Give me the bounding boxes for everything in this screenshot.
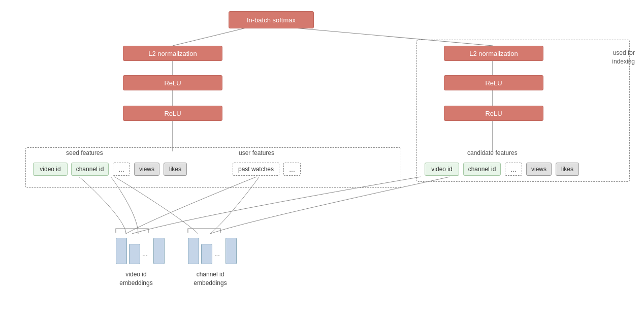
seed-views: views [134,163,159,176]
left-l2-node: L2 normalization [123,46,222,61]
candidate-views: views [526,163,552,176]
svg-line-0 [173,28,246,46]
left-relu2-label: ReLU [164,79,181,87]
channel-id-embed-label: channel idembeddings [173,270,248,288]
diagram: In-batch softmax L2 normalization ReLU R… [0,0,644,317]
used-for-text: used forindexing [612,49,635,65]
user-dots: ... [283,163,301,176]
video-id-embed-dots: ... [142,250,148,258]
right-relu1-label: ReLU [485,110,502,117]
channel-id-embed-col3 [226,238,237,264]
left-relu1-label: ReLU [164,110,181,117]
video-embed-dots-text: ... [142,250,148,258]
seed-likes: likes [164,163,187,176]
left-relu2-node: ReLU [123,75,222,90]
softmax-label: In-batch softmax [247,16,296,24]
channel-embed-dots-text: ... [214,250,220,258]
candidate-video-id: video id [425,163,459,176]
seed-dots: ... [113,163,130,176]
seed-channel-id: channel id [71,163,109,176]
candidate-dots: ... [505,163,522,176]
channel-id-embed-dots: ... [214,250,220,258]
right-relu2-node: ReLU [444,75,543,90]
left-l2-label: L2 normalization [148,50,197,57]
seed-video-id: video id [33,163,68,176]
right-relu1-node: ReLU [444,106,543,121]
channel-id-embed-col1 [188,238,199,264]
channel-id-embed-col2 [201,244,212,264]
user-features-label: user features [239,149,274,156]
video-id-embed-col2 [129,244,140,264]
used-for-indexing-label: used forindexing [612,49,635,66]
candidate-likes: likes [556,163,579,176]
video-id-embed-label: video idembeddings [101,270,172,288]
softmax-node: In-batch softmax [229,11,314,28]
right-l2-node: L2 normalization [444,46,543,61]
right-l2-label: L2 normalization [469,50,518,57]
candidate-channel-id: channel id [463,163,501,176]
right-relu2-label: ReLU [485,79,502,87]
video-id-embed-col1 [116,238,127,264]
candidate-features-label: candidate features [467,149,518,156]
video-id-embed-col3 [153,238,165,264]
user-past-watches: past watches [233,163,279,176]
left-relu1-node: ReLU [123,106,222,121]
seed-features-label: seed features [66,149,103,156]
